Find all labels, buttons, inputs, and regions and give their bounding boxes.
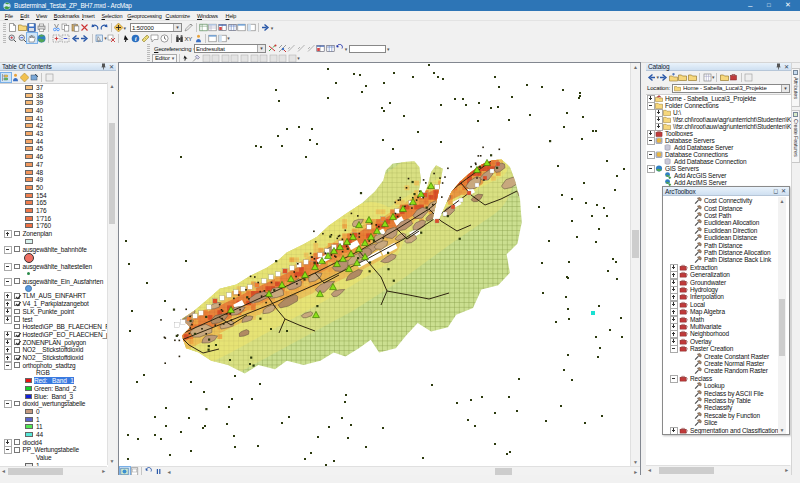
svg-text:XY: XY <box>185 36 193 42</box>
